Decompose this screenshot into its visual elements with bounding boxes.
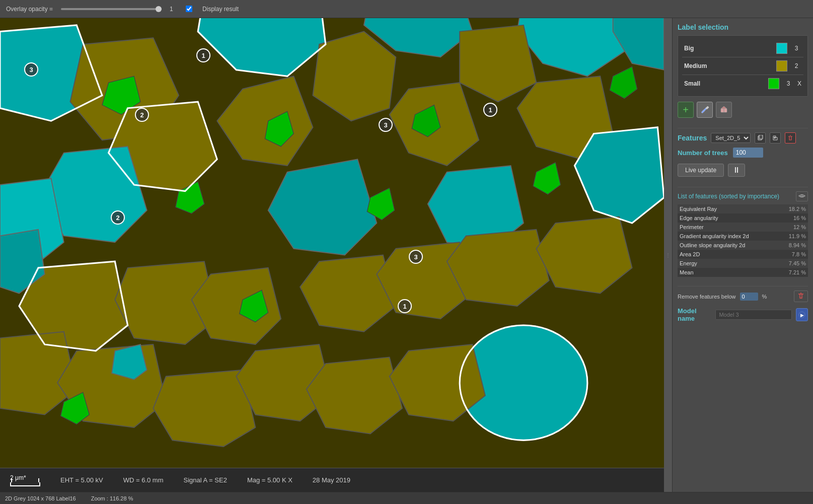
date-info: 28 May 2019 <box>313 476 350 484</box>
label-row-medium: Medium 2 <box>682 57 803 75</box>
export-icon <box>772 135 778 141</box>
features-visibility-button[interactable] <box>796 191 808 201</box>
feature-row: Energy7.45 % <box>678 259 808 268</box>
feature-row: Outline slope angularity 2d8.94 % <box>678 241 808 250</box>
model-name-label: Model name <box>678 307 711 322</box>
label-name-small: Small <box>684 80 768 87</box>
divider-1 <box>678 128 808 128</box>
trash-icon <box>797 292 804 299</box>
remove-features-delete-button[interactable] <box>794 291 808 302</box>
remove-features-label: Remove features below <box>678 294 736 300</box>
features-copy-button[interactable] <box>755 132 766 143</box>
label-count-medium: 2 <box>791 62 801 69</box>
label-row-small: Small 3 X <box>682 75 803 92</box>
svg-text:▶: ▶ <box>800 313 804 318</box>
add-label-button[interactable]: + <box>678 102 694 118</box>
label-color-medium[interactable] <box>776 60 787 71</box>
feature-name: Edge angularity <box>678 213 779 223</box>
canvas-area: 1 3 2 3 1 2 3 1 2 μm* EHT = 5.00 kV WD =… <box>0 18 664 492</box>
display-result-checkbox[interactable] <box>186 6 192 12</box>
live-update-row: Live update ⏸ <box>678 164 808 177</box>
feature-value: 16 % <box>779 213 808 223</box>
features-delete-button[interactable] <box>785 132 796 143</box>
overlay-opacity-label: Overlay opacity = <box>6 6 53 13</box>
features-export-button[interactable] <box>770 132 781 143</box>
divider-3 <box>678 286 808 286</box>
paint-brush-button[interactable] <box>697 102 713 118</box>
feature-name: Energy <box>678 259 779 268</box>
feature-value: 8.94 % <box>779 241 808 250</box>
svg-point-55 <box>801 195 803 197</box>
feature-row: Area 2D7.8 % <box>678 250 808 259</box>
remove-features-pct: % <box>762 294 767 300</box>
scale-bar-container: 2 μm* <box>10 474 40 486</box>
scale-bar <box>10 482 40 486</box>
feature-name: Mean <box>678 268 779 277</box>
divider-2 <box>678 187 808 187</box>
features-list-header: List of features (sorted by importance) <box>678 191 808 201</box>
brush-icon <box>700 105 709 114</box>
image-info-bar: 2 μm* EHT = 5.00 kV WD = 6.0 mm Signal A… <box>0 468 664 492</box>
eraser-icon <box>719 105 728 114</box>
label-selection-title: Label selection <box>678 23 808 31</box>
label-row-big: Big 3 <box>682 40 803 57</box>
feature-name: Area 2D <box>678 250 779 259</box>
feature-row: Mean7.21 % <box>678 268 808 277</box>
scale-bar-label: 2 μm* <box>10 474 26 481</box>
save-icon: ▶ <box>798 311 805 318</box>
label-count-small: 3 <box>783 80 793 87</box>
feature-value: 7.8 % <box>779 250 808 259</box>
label-name-big: Big <box>684 45 776 52</box>
model-save-button[interactable]: ▶ <box>796 308 808 321</box>
label-selection-box: Big 3 Medium 2 Small 3 X <box>678 35 808 97</box>
feature-row: Edge angularity16 % <box>678 213 808 223</box>
opacity-value: 1 <box>170 6 178 13</box>
copy-icon <box>757 135 763 141</box>
num-trees-row: Number of trees <box>678 148 808 158</box>
feature-row: Equivalent Ray18.2 % <box>678 204 808 213</box>
delete-icon <box>787 135 793 141</box>
label-color-big[interactable] <box>776 43 787 54</box>
status-bar: 2D Grey 1024 x 768 Label16 Zoom : 116.28… <box>0 492 813 504</box>
feature-name: Outline slope angularity 2d <box>678 241 779 250</box>
feature-value: 11.9 % <box>779 232 808 241</box>
feature-value: 12 % <box>779 223 808 232</box>
feature-row: Gradient angularity index 2d11.9 % <box>678 232 808 241</box>
label-color-small[interactable] <box>768 78 779 89</box>
features-header: Features Set_2D_5 <box>678 132 808 143</box>
eraser-button[interactable] <box>716 102 732 118</box>
live-update-button[interactable]: Live update <box>678 164 724 177</box>
feature-name: Equivalent Ray <box>678 204 779 213</box>
feature-value: 7.45 % <box>779 259 808 268</box>
svg-rect-54 <box>759 135 763 139</box>
features-set-select[interactable]: Set_2D_5 <box>711 133 751 143</box>
status-zoom: Zoom : 116.28 % <box>91 495 133 501</box>
microscopy-image <box>0 18 664 492</box>
feature-value: 7.21 % <box>779 268 808 277</box>
feature-name: Gradient angularity index 2d <box>678 232 779 241</box>
features-title: Features <box>678 134 707 142</box>
num-trees-input[interactable] <box>733 148 763 158</box>
mag-info: Mag = 5.00 K X <box>247 476 292 484</box>
remove-features-input[interactable] <box>740 293 758 301</box>
display-result-label: Display result <box>202 6 239 13</box>
resize-handle[interactable]: ⋮ <box>664 18 672 492</box>
label-name-medium: Medium <box>684 62 776 69</box>
model-name-input[interactable] <box>715 310 792 320</box>
status-left: 2D Grey 1024 x 768 Label16 <box>5 495 76 501</box>
eye-icon <box>798 193 805 198</box>
label-count-big: 3 <box>791 45 801 52</box>
pause-button[interactable]: ⏸ <box>728 164 745 177</box>
model-name-row: Model name ▶ <box>678 307 808 322</box>
signal-info: Signal A = SE2 <box>184 476 227 484</box>
eht-info: EHT = 5.00 kV <box>60 476 103 484</box>
wd-info: WD = 6.0 mm <box>123 476 164 484</box>
svg-marker-51 <box>721 106 727 109</box>
feature-row: Perimeter12 % <box>678 223 808 232</box>
opacity-slider[interactable] <box>61 8 162 10</box>
right-panel: Label selection Big 3 Medium 2 Small 3 X <box>672 18 813 492</box>
features-table: Equivalent Ray18.2 %Edge angularity16 %P… <box>678 204 808 277</box>
tools-row: + <box>678 102 808 118</box>
features-list-title: List of features (sorted by importance) <box>678 193 779 200</box>
label-x-small[interactable]: X <box>797 80 801 87</box>
